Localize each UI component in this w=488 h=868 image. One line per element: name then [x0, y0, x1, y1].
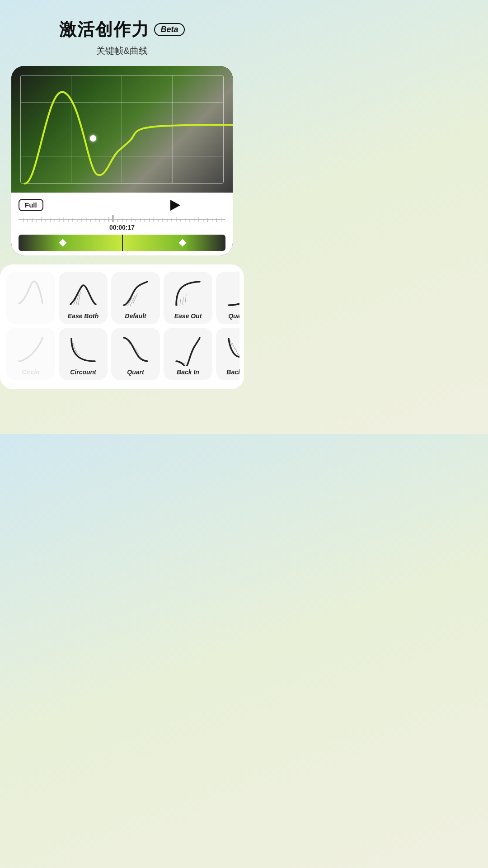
svg-rect-18 [95, 218, 95, 222]
curve-card-quart[interactable]: Quart [111, 328, 160, 380]
svg-rect-2 [23, 218, 23, 222]
curve-label-back-in: Back In [177, 368, 199, 376]
svg-rect-17 [90, 219, 91, 222]
svg-rect-26 [136, 219, 136, 222]
svg-rect-25 [131, 217, 131, 222]
curve-icon-quart-in [224, 277, 239, 310]
svg-rect-32 [163, 218, 163, 222]
curve-label-quart-in: Quart in [228, 312, 239, 320]
curve-card-ease-out[interactable]: Ease Out [164, 272, 212, 324]
page-header: 激活创作力 Beta 关键帧&曲线 [59, 18, 184, 57]
video-background [11, 66, 233, 193]
play-button[interactable] [170, 200, 180, 211]
curves-row-1: Ease Both Default Ease Out [5, 272, 239, 324]
svg-rect-19 [99, 219, 100, 222]
curve-card-ease-both[interactable]: Ease Both [59, 272, 108, 324]
svg-rect-21 [108, 217, 109, 222]
svg-rect-15 [81, 218, 82, 222]
curve-card-quart-in[interactable]: Quart in [216, 272, 239, 324]
svg-line-75 [232, 343, 235, 349]
svg-rect-44 [216, 218, 217, 222]
svg-rect-10 [59, 218, 60, 222]
svg-rect-23 [122, 218, 122, 222]
svg-rect-30 [154, 217, 154, 222]
curve-icon-ease-both [67, 277, 99, 310]
svg-line-76 [235, 348, 238, 354]
curve-card-back-in[interactable]: Back In [164, 328, 212, 380]
controls-top-row: Full [19, 199, 225, 211]
curve-icon-quart [119, 333, 152, 366]
curve-icon-circin-ghost [14, 333, 47, 366]
timeline-ruler [19, 215, 225, 222]
grid-overlay [20, 75, 224, 184]
curve-label-back-out: Back Out [226, 368, 239, 376]
svg-rect-37 [185, 218, 185, 222]
svg-rect-8 [50, 218, 51, 222]
curve-icon-back-out [224, 333, 239, 366]
curve-icon-back-in [172, 333, 204, 366]
svg-rect-39 [194, 218, 194, 222]
svg-rect-27 [140, 218, 141, 222]
svg-rect-9 [55, 219, 55, 222]
curves-row-2: Circin Circount Quart [5, 328, 239, 380]
curve-label-circount: Circount [70, 368, 96, 376]
svg-rect-4 [32, 218, 33, 222]
svg-rect-36 [180, 219, 181, 222]
timeline-bar[interactable] [19, 235, 225, 251]
svg-rect-24 [127, 219, 127, 222]
svg-rect-40 [198, 217, 199, 222]
svg-rect-13 [72, 218, 73, 222]
timeline-timecode: 00:00:17 [19, 224, 225, 231]
curve-icon-default [119, 277, 152, 310]
curve-icon-ease-out [172, 277, 204, 310]
curve-label-default: Default [125, 312, 146, 320]
svg-rect-33 [167, 219, 168, 222]
curve-label-circin-ghost: Circin [22, 368, 40, 376]
svg-rect-7 [46, 219, 46, 222]
svg-rect-12 [68, 219, 69, 222]
video-card: Full [11, 66, 233, 255]
svg-rect-34 [172, 218, 172, 222]
full-badge[interactable]: Full [19, 199, 43, 211]
ruler-ticks [19, 215, 225, 222]
svg-rect-16 [86, 217, 86, 222]
curve-card-circount[interactable]: Circount [59, 328, 108, 380]
svg-line-55 [180, 299, 181, 306]
svg-rect-11 [64, 217, 64, 222]
curve-label-ease-both: Ease Both [68, 312, 99, 320]
curve-card-back-out[interactable]: Back Out [216, 328, 239, 380]
svg-rect-42 [207, 218, 208, 222]
svg-rect-45 [221, 217, 221, 222]
svg-rect-28 [145, 219, 145, 222]
svg-rect-29 [149, 218, 150, 222]
curve-card-default[interactable]: Default [111, 272, 160, 324]
curve-card-circin-ghost[interactable]: Circin [6, 328, 55, 380]
controls-area: Full [11, 193, 233, 255]
curve-label-ease-out: Ease Out [174, 312, 202, 320]
svg-line-54 [177, 301, 178, 306]
svg-line-56 [183, 297, 183, 305]
svg-rect-31 [158, 219, 159, 222]
svg-rect-41 [203, 219, 203, 222]
svg-line-73 [183, 362, 186, 364]
page-subtitle: 关键帧&曲线 [59, 45, 184, 57]
video-area [11, 66, 233, 193]
curve-label-quart: Quart [127, 368, 144, 376]
svg-line-57 [185, 294, 186, 302]
svg-rect-22 [117, 219, 118, 222]
curve-card-ghost-left[interactable] [6, 272, 55, 324]
svg-rect-5 [37, 219, 37, 222]
svg-rect-43 [212, 219, 212, 222]
timeline-playhead[interactable] [122, 235, 123, 251]
svg-rect-6 [41, 217, 42, 222]
svg-rect-35 [176, 217, 176, 222]
svg-rect-3 [28, 219, 28, 222]
page-title: 激活创作力 [59, 18, 150, 41]
curve-control-dot[interactable] [90, 135, 96, 142]
curve-icon-ghost-left [14, 277, 47, 310]
curve-icon-circount [67, 333, 99, 366]
svg-rect-38 [189, 219, 190, 222]
svg-rect-14 [77, 219, 77, 222]
curves-section: Ease Both Default Ease Out [0, 264, 244, 389]
svg-rect-20 [104, 218, 104, 222]
